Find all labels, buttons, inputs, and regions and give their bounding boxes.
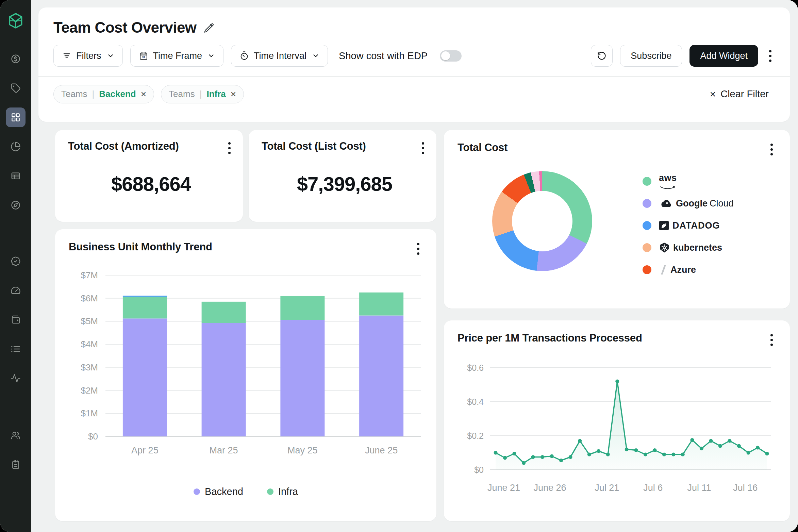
table-icon [11,171,21,181]
svg-text:Apr 25: Apr 25 [131,445,159,455]
filters-button[interactable]: Filters [53,45,123,67]
notepad-icon [11,460,21,470]
aws-logo-icon: aws [659,173,677,189]
dollar-circle-icon [11,54,21,64]
wallet-icon [11,315,21,325]
filter-lines-icon [62,51,71,61]
page-title: Team Cost Overview [53,19,197,36]
svg-text:June 21: June 21 [487,483,520,493]
app-window: Team Cost Overview Filters 31 Time Frame… [0,0,798,532]
chevron-down-icon [207,52,215,60]
header-divider [38,76,790,77]
subscribe-button[interactable]: Subscribe [620,45,682,67]
sidebar-item-reports[interactable] [6,137,26,156]
card-title: Total Cost [458,142,508,154]
card-title: Price per 1M Transactions Processed [458,332,642,344]
sidebar-item-governance[interactable] [6,251,26,271]
datadog-logo-icon: DATADOG [659,220,720,231]
sidebar-item-dashboards[interactable] [6,107,26,127]
card-kebab-menu[interactable] [225,140,234,156]
legend-item-aws[interactable]: aws [643,175,734,187]
list-cost-value: $7,399,685 [262,172,428,195]
time-interval-button[interactable]: Time Interval [231,45,328,67]
time-frame-button[interactable]: 31 Time Frame [130,45,224,67]
amortized-cost-value: $688,664 [68,172,234,195]
sidebar-item-tags[interactable] [6,78,26,98]
sidebar-item-tables[interactable] [6,166,26,186]
header-card: Team Cost Overview Filters 31 Time Frame… [38,7,790,122]
legend-item-kubernetes[interactable]: kubernetes [643,242,734,254]
svg-text:$0.2: $0.2 [467,431,484,440]
card-kebab-menu[interactable] [418,140,428,156]
edit-pencil-icon[interactable] [203,22,214,33]
tag-icon [11,83,21,93]
toggle-knob [441,51,450,60]
add-widget-label: Add Widget [700,51,748,61]
svg-text:$0: $0 [88,431,98,442]
filters-label: Filters [76,51,101,61]
card-title: Total Cost (Amortized) [68,140,179,152]
list-icon [11,344,21,354]
filter-chip-backend[interactable]: Teams | Backend × [53,85,154,103]
clear-filter-button[interactable]: × Clear Filter [710,88,769,100]
stacked-bar-chart[interactable]: $0$1M$2M$3M$4M$5M$6M$7MApr 25Mar 25May 2… [69,269,423,473]
sidebar-item-billing[interactable] [6,310,26,330]
price-line-chart[interactable]: $0$0.2$0.4$0.6June 21June 26Jul 21Jul 6J… [458,356,776,506]
edp-toggle[interactable] [440,50,462,62]
sidebar-item-activity[interactable] [6,368,26,388]
card-kebab-menu[interactable] [767,142,776,157]
sidebar [0,0,31,532]
activity-icon [11,373,21,383]
legend-item-infra[interactable]: Infra [267,486,298,497]
legend-item-google-cloud[interactable]: GoogleCloud [643,197,734,210]
svg-text:$4M: $4M [81,339,98,349]
legend-item-datadog[interactable]: DATADOG [643,219,734,232]
sidebar-item-explore[interactable] [6,195,26,215]
chevron-down-icon [107,52,114,60]
card-kebab-menu[interactable] [767,332,776,348]
svg-text:June 25: June 25 [365,445,398,455]
card-kebab-menu[interactable] [414,241,423,257]
svg-text:$0.4: $0.4 [467,397,484,406]
calendar-icon: 31 [139,51,148,61]
card-title: Business Unit Monthly Trend [69,241,212,253]
azure-logo-icon: Azure [659,265,696,275]
refresh-icon [597,51,606,61]
badge-check-icon [11,256,21,266]
total-cost-amortized-card: Total Cost (Amortized) $688,664 [55,130,243,222]
price-per-transactions-card: Price per 1M Transactions Processed $0$0… [444,320,790,521]
svg-text:$7M: $7M [81,270,98,280]
header-kebab-menu[interactable] [766,48,775,64]
subscribe-label: Subscribe [631,51,671,61]
sidebar-item-costs[interactable] [6,49,26,69]
sidebar-item-budgets[interactable] [6,281,26,300]
app-logo-icon[interactable] [7,12,24,29]
legend-item-backend[interactable]: Backend [194,486,243,497]
donut-legend: aws GoogleCloud [643,175,734,276]
edp-toggle-label: Show cost with EDP [339,50,428,62]
add-widget-button[interactable]: Add Widget [689,45,758,67]
sidebar-item-notes[interactable] [6,455,26,475]
svg-text:31: 31 [142,56,145,59]
kubernetes-logo-icon: kubernetes [659,242,722,253]
total-cost-donut[interactable] [492,171,592,271]
gauge-icon [11,285,21,296]
legend-item-azure[interactable]: Azure [643,264,734,276]
svg-text:Mar 25: Mar 25 [210,445,238,455]
svg-text:$1M: $1M [81,408,98,418]
svg-text:June 26: June 26 [534,483,566,493]
business-unit-trend-card: Business Unit Monthly Trend $0$1M$2M$3M$… [55,229,436,521]
compass-icon [11,200,21,210]
remove-chip-icon[interactable]: × [231,89,236,99]
refresh-button[interactable] [591,45,613,67]
sidebar-item-teams[interactable] [6,426,26,445]
svg-text:$2M: $2M [81,385,98,396]
filter-chip-infra[interactable]: Teams | Infra × [161,85,244,103]
time-interval-label: Time Interval [254,51,306,61]
svg-text:Jul 21: Jul 21 [595,483,619,493]
remove-chip-icon[interactable]: × [141,89,146,99]
svg-text:$6M: $6M [81,293,98,303]
time-frame-label: Time Frame [153,51,202,61]
bar-chart-legend: Backend Infra [69,486,423,497]
sidebar-item-list[interactable] [6,339,26,359]
